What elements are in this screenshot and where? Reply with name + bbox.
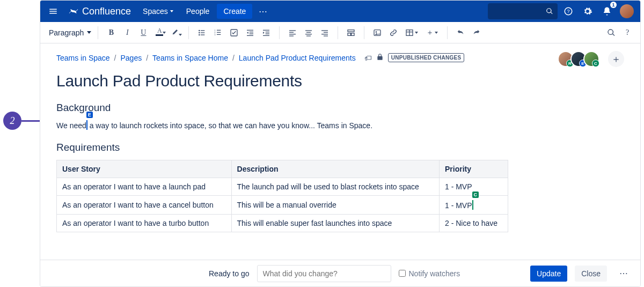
th-priority[interactable]: Priority — [439, 160, 508, 178]
product-name: Confluence — [82, 6, 131, 17]
redo-button[interactable] — [469, 25, 484, 40]
create-button[interactable]: Create — [217, 4, 252, 19]
svg-rect-23 — [289, 30, 296, 31]
table-row[interactable]: As an operator I want to have a launch p… — [57, 178, 508, 196]
find-button[interactable] — [604, 25, 619, 40]
svg-rect-35 — [348, 30, 354, 31]
collab-cursor-e: E — [86, 120, 87, 130]
notification-count: 1 — [610, 2, 617, 8]
svg-rect-7 — [201, 34, 204, 35]
background-heading[interactable]: Background — [56, 102, 624, 114]
svg-rect-36 — [348, 33, 350, 35]
notify-watchers-input[interactable] — [399, 270, 406, 277]
indent-button[interactable] — [259, 25, 274, 40]
nav-more-icon[interactable]: ⋯ — [254, 3, 272, 20]
help-icon[interactable]: ? — [560, 3, 577, 20]
italic-button[interactable]: I — [120, 25, 135, 40]
table-row[interactable]: As an operator I want to have a turbo bu… — [57, 215, 508, 232]
align-right-button[interactable] — [317, 25, 332, 40]
confluence-logo[interactable]: Confluence — [64, 6, 135, 17]
background-paragraph[interactable]: We needE a way to launch rockets into sp… — [56, 120, 624, 130]
text-color-button[interactable]: A — [152, 25, 167, 40]
svg-rect-11 — [217, 32, 221, 32]
th-user-story[interactable]: User Story — [57, 160, 232, 178]
svg-rect-22 — [263, 35, 269, 35]
svg-rect-9 — [217, 30, 221, 30]
highlight-button[interactable] — [168, 25, 183, 40]
notifications-icon[interactable]: 1 — [598, 3, 616, 20]
paragraph-style-select[interactable]: Paragraph — [46, 26, 94, 39]
breadcrumbs: Teams in Space / Pages / Teams in Space … — [56, 53, 624, 62]
svg-rect-19 — [263, 30, 269, 30]
editor-content[interactable]: Teams in Space / Pages / Teams in Space … — [40, 43, 640, 238]
svg-point-6 — [199, 34, 200, 35]
svg-rect-33 — [321, 34, 328, 34]
svg-rect-24 — [289, 32, 294, 32]
settings-icon[interactable] — [579, 3, 596, 20]
editor-help-button[interactable]: ? — [620, 25, 635, 40]
requirements-heading[interactable]: Requirements — [56, 142, 624, 153]
svg-rect-30 — [306, 35, 311, 36]
bold-button[interactable]: B — [104, 25, 119, 40]
svg-rect-31 — [321, 30, 328, 31]
search-input[interactable] — [488, 3, 558, 19]
svg-rect-18 — [247, 35, 253, 35]
app-switcher-icon[interactable] — [45, 3, 62, 20]
svg-rect-16 — [250, 32, 253, 32]
restrictions-icon[interactable] — [376, 53, 384, 62]
requirements-table[interactable]: User Story Description Priority As an op… — [56, 160, 508, 232]
image-button[interactable] — [370, 25, 385, 40]
table-button[interactable] — [402, 25, 421, 40]
svg-rect-37 — [352, 33, 354, 35]
page-title[interactable]: Launch Pad Product Requirements — [56, 72, 624, 90]
global-nav: Confluence Spaces People Create ⋯ ? 1 — [40, 1, 640, 22]
svg-rect-5 — [201, 32, 204, 33]
update-button[interactable]: Update — [530, 266, 567, 282]
presence-avatar-3[interactable]: C — [583, 51, 599, 67]
task-list-button[interactable] — [226, 25, 241, 40]
th-description[interactable]: Description — [231, 160, 439, 178]
svg-point-2 — [199, 30, 200, 31]
nav-spaces[interactable]: Spaces — [137, 4, 179, 19]
annotation-2: 2 — [3, 112, 21, 130]
link-button[interactable] — [386, 25, 401, 40]
editor-toolbar: Paragraph B I U A 123 — [40, 22, 640, 43]
svg-rect-26 — [289, 35, 294, 36]
numbered-list-button[interactable]: 123 — [210, 25, 225, 40]
breadcrumb-space[interactable]: Teams in Space — [56, 54, 110, 62]
draft-status: UNPUBLISHED CHANGES — [388, 53, 465, 62]
undo-button[interactable] — [453, 25, 468, 40]
profile-avatar[interactable] — [620, 4, 634, 18]
presence-avatars: R E C — [561, 51, 599, 67]
svg-point-39 — [376, 31, 377, 33]
version-comment-input[interactable] — [257, 265, 391, 282]
svg-text:3: 3 — [215, 33, 216, 36]
breadcrumb-pages[interactable]: Pages — [121, 54, 142, 62]
align-center-button[interactable] — [301, 25, 316, 40]
outdent-button[interactable] — [243, 25, 258, 40]
close-button[interactable]: Close — [575, 266, 607, 282]
editor-footer: Ready to go Notify watchers Update Close… — [40, 260, 640, 286]
breadcrumb-home[interactable]: Teams in Space Home — [152, 54, 228, 62]
table-row[interactable]: As an operator I want to have a cancel b… — [57, 196, 508, 215]
breadcrumb-current[interactable]: Launch Pad Product Requirements — [239, 54, 356, 62]
bullet-list-button[interactable] — [194, 25, 209, 40]
svg-rect-34 — [324, 35, 328, 36]
underline-button[interactable]: U — [136, 25, 151, 40]
nav-people[interactable]: People — [181, 4, 215, 19]
insert-more-button[interactable]: ＋ — [422, 25, 442, 40]
editor-more-button[interactable]: ⋯ — [614, 265, 633, 282]
notify-watchers-checkbox[interactable]: Notify watchers — [399, 269, 460, 278]
editor-status: Ready to go — [209, 269, 250, 278]
invite-button[interactable]: ＋ — [608, 51, 624, 67]
svg-rect-32 — [324, 32, 328, 32]
svg-rect-13 — [217, 34, 221, 34]
labels-icon[interactable]: 🏷 — [364, 54, 372, 62]
collab-cursor-c: C — [472, 200, 473, 210]
svg-text:?: ? — [567, 9, 569, 14]
svg-rect-15 — [247, 30, 253, 30]
svg-rect-21 — [266, 33, 269, 34]
align-left-button[interactable] — [285, 25, 300, 40]
svg-rect-3 — [201, 30, 204, 31]
layout-button[interactable] — [343, 25, 358, 40]
